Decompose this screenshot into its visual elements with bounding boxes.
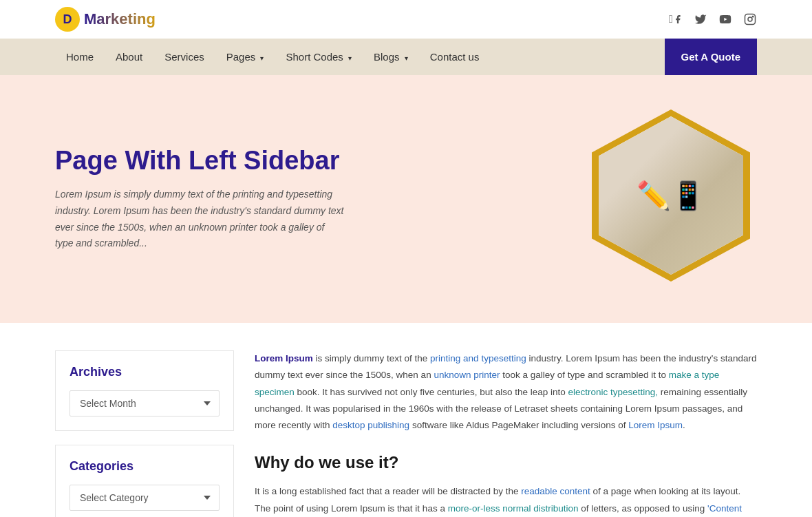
nav-item-pages[interactable]: Pages ▾: [215, 39, 275, 75]
nav-link-pages[interactable]: Pages ▾: [215, 39, 275, 75]
more-or-less-highlight: more-or-less normal distribution: [448, 503, 579, 514]
logo-text: Marketing: [84, 10, 156, 28]
nav-link-about[interactable]: About: [105, 39, 153, 75]
main-nav: Home About Services Pages ▾ Short Codes …: [0, 39, 812, 75]
lorem-ipsum-link[interactable]: Lorem Ipsum: [628, 420, 683, 430]
hero-title: Page With Left Sidebar: [55, 146, 344, 176]
nav-link-shortcodes[interactable]: Short Codes ▾: [275, 39, 363, 75]
nav-item-blogs[interactable]: Blogs ▾: [363, 39, 419, 75]
facebook-icon[interactable]: : [669, 12, 683, 26]
nav-item-shortcodes[interactable]: Short Codes ▾: [275, 39, 363, 75]
categories-title: Categories: [70, 459, 220, 474]
desktop-highlight: desktop publishing: [332, 420, 409, 430]
social-icons: : [669, 12, 757, 26]
unknown-printer-highlight: unknown printer: [434, 370, 500, 380]
nav-link-home[interactable]: Home: [55, 39, 105, 75]
top-bar: D Marketing : [0, 0, 812, 39]
nav-item-services[interactable]: Services: [153, 39, 215, 75]
youtube-icon[interactable]: [718, 12, 732, 26]
nav-link-services[interactable]: Services: [153, 39, 215, 75]
electronic-highlight: electronic typesetting,: [568, 387, 659, 397]
hero-image-container: [592, 109, 757, 288]
logo: D Marketing: [55, 7, 156, 32]
categories-select[interactable]: Select Category Marketing Design Develop…: [70, 485, 220, 511]
readable-highlight: readable content: [521, 486, 590, 496]
pages-dropdown-arrow: ▾: [260, 54, 264, 62]
article-bold-lorem: Lorem Ipsum: [255, 353, 313, 363]
article-para1-text: is simply dummy text of the printing and…: [255, 353, 756, 430]
archives-widget: Archives Select Month January 2024 Febru…: [55, 350, 234, 431]
instagram-icon[interactable]: [743, 12, 757, 26]
blogs-dropdown-arrow: ▾: [405, 54, 408, 62]
twitter-icon[interactable]: [694, 12, 707, 26]
hex-image: [599, 116, 743, 275]
archives-select[interactable]: Select Month January 2024 February 2024 …: [70, 390, 220, 416]
logo-icon: D: [55, 7, 80, 32]
svg-point-3: [752, 16, 754, 17]
nav-links: Home About Services Pages ▾ Short Codes …: [55, 39, 490, 75]
archives-title: Archives: [70, 365, 220, 379]
get-quote-button[interactable]: Get A Quote: [665, 39, 757, 75]
nav-link-contact[interactable]: Contact us: [419, 39, 491, 75]
hex-outer: [592, 109, 750, 282]
article-content: Lorem Ipsum is simply dummy text of the …: [255, 350, 757, 517]
hero-description: Lorem Ipsum is simply dummy text of the …: [55, 187, 344, 252]
hero-text: Page With Left Sidebar Lorem Ipsum is si…: [55, 146, 344, 252]
printing-highlight: printing and typesetting: [430, 353, 526, 363]
nav-item-home[interactable]: Home: [55, 39, 105, 75]
sidebar: Archives Select Month January 2024 Febru…: [55, 350, 234, 517]
nav-item-about[interactable]: About: [105, 39, 153, 75]
article-h2-why: Why do we use it?: [255, 453, 757, 472]
nav-link-blogs[interactable]: Blogs ▾: [363, 39, 419, 75]
hero-section: Page With Left Sidebar Lorem Ipsum is si…: [0, 75, 812, 323]
shortcodes-dropdown-arrow: ▾: [348, 54, 352, 62]
article-para1: Lorem Ipsum is simply dummy text of the …: [255, 350, 757, 434]
hex-inner: [599, 116, 743, 275]
categories-widget: Categories Select Category Marketing Des…: [55, 445, 234, 517]
svg-point-2: [748, 17, 752, 21]
article-para2: It is a long established fact that a rea…: [255, 483, 757, 517]
main-content: Archives Select Month January 2024 Febru…: [0, 323, 812, 517]
nav-item-contact[interactable]: Contact us: [419, 39, 491, 75]
svg-rect-1: [745, 14, 756, 25]
